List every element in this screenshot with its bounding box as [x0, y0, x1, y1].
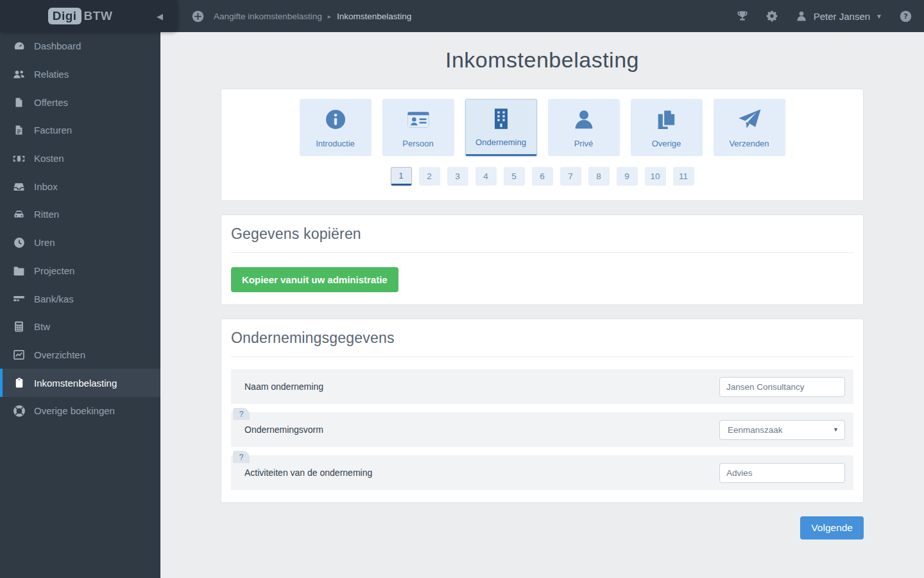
topbar: Aangifte inkomstenbelasting ▸ Inkomstenb…: [160, 0, 924, 32]
sidebar-item-overige-boekingen[interactable]: Overige boekingen: [0, 397, 160, 425]
copy-data-card: Gegevens kopiëren Kopieer vanuit uw admi…: [221, 215, 864, 305]
step-overige[interactable]: Overige: [631, 99, 703, 156]
logo-btw: BTW: [84, 9, 113, 23]
sidebar-item-label: Inkomstenbelasting: [34, 378, 117, 389]
step-prive[interactable]: Privé: [548, 99, 620, 156]
app-logo: Digi BTW: [0, 8, 160, 24]
building-icon: [488, 106, 514, 132]
users-icon: [12, 67, 26, 81]
page-number-11[interactable]: 11: [673, 167, 694, 186]
step-label: Persoon: [402, 139, 433, 148]
sidebar-item-label: Kosten: [34, 153, 64, 164]
step-label: Verzenden: [729, 139, 769, 148]
section-title: Ondernemingsgegevens: [231, 329, 853, 347]
sidebar-item-inkomstenbelasting[interactable]: Inkomstenbelasting: [0, 369, 160, 397]
next-button[interactable]: Volgende: [800, 516, 864, 539]
sidebar-item-label: Btw: [34, 321, 50, 332]
page-number-2[interactable]: 2: [419, 167, 440, 186]
help-badge-icon[interactable]: ?: [233, 408, 250, 420]
step-persoon[interactable]: Persoon: [382, 99, 454, 156]
page-number-9[interactable]: 9: [617, 167, 638, 186]
sidebar-item-kosten[interactable]: Kosten: [0, 144, 160, 173]
step-verzenden[interactable]: Verzenden: [714, 99, 785, 156]
sidebar-item-uren[interactable]: Uren: [0, 229, 160, 257]
sidebar-item-projecten[interactable]: Projecten: [0, 257, 160, 285]
breadcrumb-item[interactable]: Aangifte inkomstenbelasting: [214, 12, 322, 21]
wizard-steps: Introductie Persoon Onderneming: [231, 99, 853, 156]
sidebar-item-label: Dashboard: [34, 40, 81, 51]
plus-circle-icon[interactable]: [191, 10, 205, 23]
sidebar-item-overzichten[interactable]: Overzichten: [0, 341, 160, 369]
user-icon: [571, 107, 597, 132]
field-label: Ondernemingsvorm: [244, 425, 323, 435]
wizard-pagination: 1 2 3 4 5 6 7 8 9 10 11: [231, 167, 853, 186]
main-content: Inkomstenbelasting Introductie Persoon: [160, 0, 924, 578]
sidebar-item-offertes[interactable]: Offertes: [0, 88, 160, 116]
company-name-input[interactable]: [719, 377, 845, 397]
life-ring-icon: [12, 404, 26, 417]
sidebar-item-label: Facturen: [34, 125, 72, 136]
select-value: Eenmanszaak: [728, 425, 783, 435]
step-introductie[interactable]: Introductie: [300, 99, 372, 156]
logo-digi: Digi: [48, 8, 81, 24]
sidebar-item-bank-kas[interactable]: Bank/kas: [0, 285, 160, 313]
trophy-icon[interactable]: [736, 10, 749, 22]
field-row-naam-onderneming: Naam onderneming: [231, 369, 853, 404]
page-number-8[interactable]: 8: [588, 167, 610, 186]
step-label: Onderneming: [475, 137, 526, 147]
step-label: Introductie: [316, 139, 355, 148]
sidebar-item-inbox[interactable]: Inbox: [0, 172, 160, 200]
sidebar-item-label: Inbox: [34, 181, 58, 192]
gear-icon[interactable]: [766, 10, 778, 22]
help-badge-icon[interactable]: ?: [233, 451, 250, 463]
inbox-icon: [12, 180, 26, 193]
sidebar-item-label: Projecten: [34, 265, 74, 276]
sidebar-item-label: Offertes: [34, 97, 68, 108]
divider: [231, 356, 853, 357]
car-icon: [12, 207, 26, 221]
page-number-6[interactable]: 6: [532, 167, 553, 186]
sidebar-item-btw[interactable]: Btw: [0, 313, 160, 341]
sidebar-item-label: Relaties: [34, 69, 69, 80]
field-row-ondernemingsvorm: ? Ondernemingsvorm Eenmanszaak ▼: [231, 412, 853, 447]
company-activities-input[interactable]: [719, 463, 845, 483]
page-number-5[interactable]: 5: [504, 167, 525, 186]
help-circle-icon[interactable]: ?: [899, 10, 912, 23]
sidebar-item-dashboard[interactable]: Dashboard: [0, 32, 160, 60]
chevron-down-icon: ▼: [876, 13, 882, 20]
wizard-steps-card: Introductie Persoon Onderneming: [221, 89, 864, 201]
copy-icon: [654, 107, 680, 132]
sidebar-item-label: Ritten: [34, 209, 59, 220]
file-lines-icon: [12, 123, 26, 137]
user-menu[interactable]: Peter Jansen ▼: [795, 10, 882, 22]
section-title: Gegevens kopiëren: [231, 225, 853, 243]
sidebar-header: Digi BTW ◀: [0, 0, 177, 32]
page-number-10[interactable]: 10: [645, 167, 666, 186]
paper-plane-icon: [736, 107, 763, 132]
info-circle-icon: [323, 107, 348, 132]
company-form-select[interactable]: Eenmanszaak ▼: [719, 420, 845, 440]
clock-icon: [12, 236, 26, 249]
sidebar-item-ritten[interactable]: Ritten: [0, 200, 160, 229]
user-icon: [795, 10, 808, 22]
chart-line-icon: [12, 348, 26, 362]
page-number-3[interactable]: 3: [447, 167, 468, 186]
page-number-7[interactable]: 7: [560, 167, 581, 186]
copy-from-administration-button[interactable]: Kopieer vanuit uw administratie: [231, 267, 398, 292]
step-label: Privé: [574, 139, 594, 148]
user-name: Peter Jansen: [814, 11, 870, 22]
sidebar-item-facturen[interactable]: Facturen: [0, 116, 160, 144]
step-onderneming[interactable]: Onderneming: [465, 99, 537, 156]
breadcrumb-item-current: Inkomstenbelasting: [337, 12, 411, 21]
page-number-4[interactable]: 4: [475, 167, 497, 186]
page-number-1[interactable]: 1: [391, 167, 412, 186]
company-data-card: Ondernemingsgegevens Naam onderneming ? …: [221, 319, 864, 503]
breadcrumb-separator-icon: ▸: [328, 13, 331, 20]
dashboard-icon: [12, 39, 26, 53]
sidebar-item-relaties[interactable]: Relaties: [0, 60, 160, 89]
field-row-activiteiten: ? Activiteiten van de onderneming: [231, 455, 853, 490]
bank-cash-icon: [12, 292, 26, 306]
sidebar-item-label: Uren: [34, 237, 55, 248]
sidebar-collapse-icon[interactable]: ◀: [157, 12, 163, 21]
divider: [231, 252, 853, 253]
